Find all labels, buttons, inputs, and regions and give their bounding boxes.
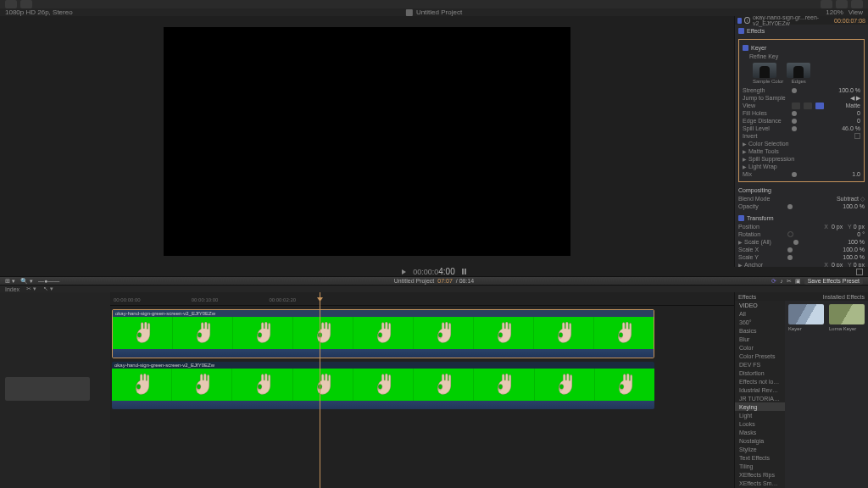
- effects-category-item[interactable]: Light: [735, 411, 785, 419]
- effects-category-item[interactable]: Keying: [735, 402, 785, 411]
- blend-mode-select[interactable]: Subtract: [832, 196, 859, 202]
- strength-slider[interactable]: [792, 88, 797, 93]
- spill-level-slider[interactable]: [792, 126, 797, 131]
- position-y[interactable]: 0 px: [854, 224, 865, 230]
- view-matte-button[interactable]: [804, 103, 812, 109]
- effects-category-item[interactable]: Tiling: [735, 462, 785, 470]
- viewer-canvas[interactable]: [164, 27, 570, 256]
- zoom-slider[interactable]: —●——: [38, 278, 59, 284]
- effects-category-item[interactable]: Masks: [735, 428, 785, 436]
- clip-frame: [414, 369, 474, 401]
- matte-tools-disclosure[interactable]: Matte Tools: [748, 148, 798, 154]
- fullscreen-button[interactable]: [851, 0, 863, 8]
- color-selection-disclosure[interactable]: Color Selection: [748, 141, 798, 147]
- timeline-tracks[interactable]: 00:00:00:0000:00:10:0000:00:02:20 okay-h…: [110, 292, 734, 488]
- timeline-ruler[interactable]: 00:00:00:0000:00:10:0000:00:02:20: [110, 297, 734, 306]
- clip-frame: [112, 369, 172, 401]
- spill-suppression-disclosure[interactable]: Spill Suppression: [748, 156, 798, 162]
- inspector-video-tab-icon[interactable]: [737, 18, 742, 24]
- effects-tab[interactable]: Effects: [738, 294, 756, 300]
- effects-category-item[interactable]: VIDEO: [735, 301, 785, 309]
- viewer-fullscreen-button[interactable]: [856, 269, 863, 275]
- effect-thumbnail[interactable]: Luma Keyer: [829, 304, 865, 331]
- scale-y-slider[interactable]: [787, 255, 793, 260]
- inspector-timecode: 00:00:07:08: [834, 18, 865, 24]
- solo-toggle[interactable]: ▣: [795, 278, 801, 285]
- timeline-current-tc: 07:07: [437, 278, 453, 284]
- effects-category-item[interactable]: 360°: [735, 318, 785, 326]
- inspector-toggle-button[interactable]: [836, 0, 848, 8]
- effects-category-item[interactable]: JR TUTORIALS: [735, 394, 785, 402]
- effects-category-item[interactable]: Distortion: [735, 369, 785, 377]
- edges-button[interactable]: [787, 63, 810, 78]
- scale-all-slider[interactable]: [793, 240, 798, 245]
- transform-checkbox[interactable]: [738, 215, 744, 221]
- effects-category-item[interactable]: Color: [735, 343, 785, 352]
- rotation-dial[interactable]: [787, 231, 793, 237]
- strength-value[interactable]: 100.0 %: [833, 87, 860, 93]
- compositing-section[interactable]: Compositing: [738, 186, 865, 195]
- skimming-toggle[interactable]: ⟳: [771, 278, 776, 285]
- save-effects-preset-button[interactable]: Save Effects Preset: [804, 277, 863, 285]
- play-button[interactable]: [402, 269, 406, 274]
- effects-category-item[interactable]: Stylize: [735, 445, 785, 453]
- scale-x-slider[interactable]: [787, 247, 793, 252]
- position-x[interactable]: 0 px: [832, 224, 843, 230]
- keyer-checkbox[interactable]: [743, 45, 748, 51]
- effects-category-item[interactable]: DEV FS: [735, 360, 785, 369]
- svg-point-15: [499, 384, 504, 389]
- keyer-title: Keyer: [751, 45, 766, 51]
- clip-appearance-button[interactable]: ⊞ ▾: [5, 278, 15, 285]
- select-tool[interactable]: ↖ ▾: [43, 286, 53, 292]
- library-toggle-button[interactable]: [5, 0, 17, 8]
- effects-checkbox[interactable]: [738, 28, 744, 34]
- effects-category-item[interactable]: XEffects Rips: [735, 470, 785, 479]
- timeline-clip-2[interactable]: okay-hand-sign-green-screen-v2_EJfY0EZw: [112, 362, 654, 409]
- effects-grid: KeyerLuma Keyer: [785, 301, 868, 488]
- view-original-button[interactable]: [815, 103, 824, 109]
- effects-category-item[interactable]: Color Presets: [735, 352, 785, 360]
- svg-point-17: [620, 384, 624, 389]
- svg-point-10: [197, 384, 201, 389]
- effects-category-item[interactable]: Blur: [735, 335, 785, 343]
- view-composite-button[interactable]: [792, 103, 800, 109]
- effects-category-item[interactable]: Idustrial Revolution: [735, 385, 785, 394]
- timeline-project-title: Untitled Project: [394, 278, 434, 284]
- zoom-level[interactable]: 120%: [826, 8, 843, 16]
- snapping-toggle[interactable]: ✂: [787, 278, 792, 285]
- effects-category-item[interactable]: Looks: [735, 419, 785, 428]
- info-icon[interactable]: i: [744, 17, 750, 24]
- svg-point-2: [258, 332, 262, 337]
- index-button[interactable]: Index: [5, 286, 19, 292]
- timeline-index-thumbnail[interactable]: [5, 377, 90, 401]
- effects-category-item[interactable]: All: [735, 309, 785, 318]
- jump-stepper[interactable]: ◀ ▶: [833, 95, 860, 102]
- effects-category-item[interactable]: Effects not loaded: [735, 377, 785, 385]
- effects-category-list[interactable]: VIDEOAll360°BasicsBlurColorColor Presets…: [735, 301, 785, 488]
- effects-category-item[interactable]: Basics: [735, 326, 785, 335]
- zoom-tool-button[interactable]: 🔍 ▾: [20, 278, 33, 285]
- light-wrap-disclosure[interactable]: Light Wrap: [748, 164, 798, 169]
- edge-distance-slider[interactable]: [792, 119, 797, 124]
- share-button[interactable]: [821, 0, 832, 8]
- playhead[interactable]: [320, 292, 320, 488]
- audio-skimming-toggle[interactable]: ♪: [780, 278, 783, 284]
- trim-tool[interactable]: ✂ ▾: [26, 286, 36, 292]
- effects-category-item[interactable]: XEffects Smooth Glass Slid...: [735, 479, 785, 487]
- opacity-slider[interactable]: [787, 204, 793, 209]
- effects-category-item[interactable]: Text Effects: [735, 453, 785, 462]
- effects-category-item[interactable]: Nostalgia: [735, 436, 785, 445]
- installed-effects-tab[interactable]: Installed Effects: [823, 294, 865, 300]
- svg-point-4: [378, 332, 382, 337]
- mix-slider[interactable]: [792, 172, 797, 177]
- sample-color-button[interactable]: [753, 63, 776, 78]
- timeline-header: ⊞ ▾ 🔍 ▾ —●—— Untitled Project 07:07 / 08…: [0, 276, 868, 286]
- timeline-clip-1[interactable]: okay-hand-sign-green-screen-v2_EJfY0EZw: [112, 309, 654, 358]
- pause-icon[interactable]: [462, 269, 466, 274]
- invert-checkbox[interactable]: [854, 133, 860, 139]
- clip-frame: [173, 317, 233, 349]
- effect-thumbnail[interactable]: Keyer: [788, 304, 824, 331]
- view-menu[interactable]: View: [849, 8, 863, 16]
- fill-holes-slider[interactable]: [792, 111, 797, 116]
- browser-toggle-button[interactable]: [20, 0, 32, 8]
